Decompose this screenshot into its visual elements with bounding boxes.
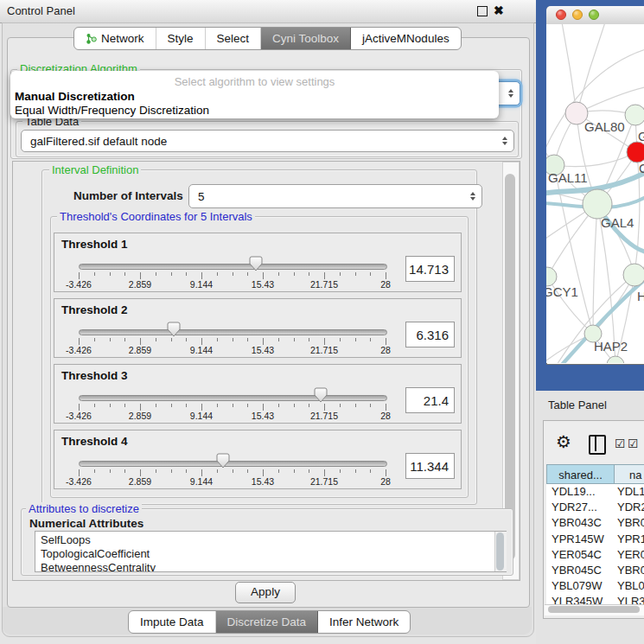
cell-name: YLR3: [617, 594, 644, 604]
algorithm-option-manual[interactable]: Manual Discretization: [15, 90, 135, 103]
attributes-scrollbar-thumb[interactable]: [496, 532, 504, 571]
table-data-combobox[interactable]: galFiltered.sif default node: [21, 130, 514, 152]
tick: [156, 272, 156, 276]
close-light[interactable]: [556, 10, 566, 20]
tick: [278, 272, 279, 276]
table-row[interactable]: YPR145WYPR1: [546, 532, 644, 547]
network-node[interactable]: [583, 189, 612, 219]
tick: [94, 338, 95, 341]
tab-cyni-toolbox[interactable]: Cyni Toolbox: [261, 28, 351, 49]
slider-thumb[interactable]: [249, 256, 263, 271]
threshold-value-field[interactable]: 11.344: [405, 453, 455, 479]
network-node-label: GA: [638, 129, 644, 143]
tick: [247, 404, 248, 407]
slider-thumb[interactable]: [216, 453, 230, 469]
table-row[interactable]: YLR345WYLR3: [546, 594, 644, 604]
tick: [340, 469, 341, 473]
table-row[interactable]: YER054CYER0: [546, 547, 644, 563]
tick: [294, 404, 295, 407]
tick-label: 15.43: [252, 345, 274, 355]
tab-style[interactable]: Style: [156, 28, 206, 49]
table-row[interactable]: YDL19...YDL1: [546, 484, 644, 500]
close-icon[interactable]: ✖: [494, 3, 504, 17]
cell-name: YPR1: [617, 532, 644, 547]
threshold-label: Threshold 4: [61, 435, 128, 448]
table-panel-title: Table Panel: [548, 399, 607, 411]
table-row[interactable]: YBR045CYBR0: [546, 563, 644, 578]
tick: [110, 469, 111, 473]
tick: [186, 404, 187, 407]
slider-track[interactable]: [79, 395, 387, 401]
tick: [278, 469, 279, 473]
threshold-panel-3: Threshold 3-3.4262.8599.14415.4321.71528…: [54, 364, 462, 424]
tab-select[interactable]: Select: [206, 28, 262, 49]
tick: [370, 469, 371, 473]
slider-thumb[interactable]: [167, 322, 181, 337]
tick-label: 9.144: [190, 476, 213, 487]
gear-icon[interactable]: ⚙: [556, 431, 571, 452]
attribute-list-item[interactable]: SelfLoops: [41, 533, 506, 547]
threshold-label: Threshold 2: [61, 303, 128, 316]
tick-label: 2.859: [129, 411, 151, 421]
tick: [156, 338, 156, 341]
table-row[interactable]: YDR27...YDR2: [546, 500, 644, 515]
algorithm-option-equal-width[interactable]: Equal Width/Frequency Discretization: [15, 104, 209, 117]
network-node[interactable]: [627, 142, 644, 163]
table-row[interactable]: YBR043CYBR0: [546, 515, 644, 531]
tick: [324, 338, 325, 345]
slider-track[interactable]: [79, 264, 387, 270]
tick: [355, 272, 356, 276]
attribute-list-item[interactable]: BetweennessCentrality: [41, 561, 506, 572]
attribute-list-item[interactable]: TopologicalCoefficient: [41, 547, 506, 561]
select-none-checkbox-icon[interactable]: ☑: [628, 437, 639, 450]
tick: [217, 404, 218, 407]
column-header-shared-name[interactable]: shared...: [546, 464, 615, 484]
tick: [94, 469, 95, 473]
tick-label: 21.715: [310, 476, 338, 487]
tab-jactivemnodules[interactable]: jActiveMNodules: [351, 28, 461, 49]
threshold-value-field[interactable]: 6.316: [405, 322, 455, 348]
number-of-intervals-combobox[interactable]: 5: [188, 184, 482, 208]
node-table-body: YDL19...YDL1YDR27...YDR2YBR043CYBR0YPR14…: [546, 484, 644, 604]
slider-track[interactable]: [79, 329, 387, 335]
cell-shared-name: YLR345W: [552, 594, 603, 604]
tick: [156, 404, 156, 407]
zoom-light[interactable]: [589, 10, 599, 20]
slider-thumb[interactable]: [314, 387, 328, 403]
threshold-value-field[interactable]: 14.713: [405, 256, 455, 282]
tab-label: Network: [101, 28, 144, 49]
tick-label: -3.426: [66, 279, 92, 290]
mode-tab-impute-data[interactable]: Impute Data: [129, 611, 216, 633]
algorithm-popup-hint: Select algorithm to view settings: [10, 75, 499, 88]
mode-tab-infer-network[interactable]: Infer Network: [318, 611, 410, 633]
apply-button[interactable]: Apply: [235, 582, 296, 603]
tick-label: 21.715: [310, 411, 338, 421]
float-window-icon[interactable]: [477, 6, 488, 16]
select-all-checkbox-icon[interactable]: ☑: [615, 437, 626, 450]
numerical-attributes-list[interactable]: SelfLoopsTopologicalCoefficientBetweenne…: [35, 531, 507, 572]
threshold-value-field[interactable]: 21.4: [405, 387, 455, 413]
mode-tab-discretize-data[interactable]: Discretize Data: [216, 611, 319, 633]
table-row[interactable]: YBL079WYBL0: [546, 578, 644, 594]
tick: [171, 338, 172, 341]
threshold-panel-2: Threshold 2-3.4262.8599.14415.4321.71528…: [54, 298, 462, 358]
column-header-name[interactable]: na: [615, 464, 644, 484]
tab-label: Select: [217, 28, 250, 49]
slider-track[interactable]: [79, 461, 387, 467]
tick: [386, 272, 386, 279]
columns-icon[interactable]: [589, 435, 606, 455]
tick: [386, 404, 386, 411]
tick: [233, 469, 233, 473]
horizontal-scrollbar-thumb[interactable]: [548, 606, 640, 613]
tick: [140, 469, 141, 476]
thresholds-group-title: Threshold's Coordinates for 5 Intervals: [57, 210, 255, 223]
vertical-scrollbar-thumb[interactable]: [505, 174, 515, 560]
minimize-light[interactable]: [572, 10, 583, 20]
network-node[interactable]: [625, 105, 644, 125]
network-graph-canvas[interactable]: GAL80GACGAL11GAL4GCY1HHAP2: [546, 24, 644, 363]
tick: [370, 272, 371, 276]
tick: [233, 272, 233, 276]
network-node[interactable]: [623, 264, 644, 286]
tab-network[interactable]: Network: [74, 28, 156, 49]
tick-label: 15.43: [252, 476, 274, 487]
